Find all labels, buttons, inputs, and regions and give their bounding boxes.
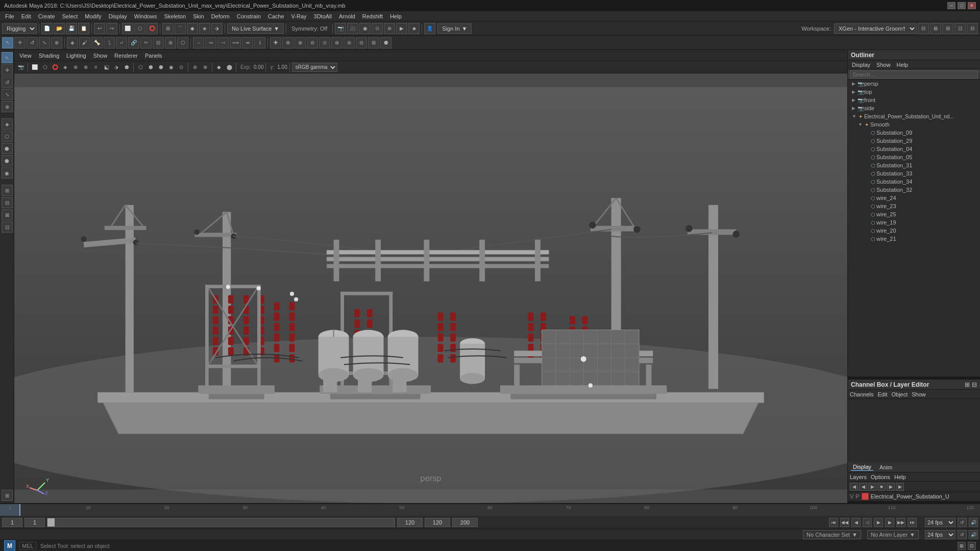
new-scene-button[interactable]: 📄 [41,23,53,34]
snap-view-button[interactable]: ◈ [199,23,210,34]
camera-btn-5[interactable]: ⊛ [384,23,395,34]
scale-tool-button[interactable]: ⤡ [39,37,50,48]
vp-icon-3[interactable]: ⭕ [51,63,60,72]
vp-icon-13[interactable]: ⬣ [156,63,165,72]
vp-icon-9[interactable]: ⬗ [112,63,121,72]
save-as-button[interactable]: 📋 [78,23,89,34]
left-tool-12[interactable]: ⊟ [2,197,13,208]
constraint-3[interactable]: ⇾ [217,37,229,48]
timeline-range-bar[interactable] [47,518,395,527]
anim-loop-button[interactable]: ↺ [958,530,967,539]
range-start-input[interactable] [425,518,450,527]
gamma-selector[interactable]: sRGB gamma [292,63,337,72]
menu-create[interactable]: Create [35,12,58,20]
goto-start-button[interactable]: ⏮ [829,518,838,527]
goto-end-button[interactable]: ⏭ [908,518,917,527]
camera-btn-3[interactable]: ◉ [359,23,371,34]
channel-box-icon-1[interactable]: ⊞ [965,381,970,388]
menu-display[interactable]: Display [106,12,130,20]
tree-item-wire23[interactable]: ⬡ wire_23 [848,202,980,210]
tree-item-wire20[interactable]: ⬡ wire_20 [848,227,980,235]
channel-menu-channels[interactable]: Channels [850,391,873,397]
anim-audio-button[interactable]: 🔊 [969,530,978,539]
pivot-4[interactable]: ⊘ [307,37,318,48]
timeline-ruler[interactable]: 1 10 20 30 40 50 60 70 80 90 100 110 120 [0,504,980,516]
rotate-tool-button[interactable]: ↺ [27,37,38,48]
vp-icon-18[interactable]: ◆ [214,63,224,72]
end-frame-input[interactable] [397,518,423,527]
mel-indicator[interactable]: MEL [19,542,36,550]
vp-icon-2[interactable]: ⬡ [40,63,50,72]
ik-handle-button[interactable]: ⤵ [104,37,115,48]
toolbar-right-1[interactable]: ⊟ [918,23,929,34]
mirror-joint-button[interactable]: ⊟ [153,37,164,48]
play-back-button[interactable]: ◁ [863,518,872,527]
tree-item-sub04[interactable]: ⬡ Substation_04 [848,145,980,153]
audio-button[interactable]: 🔊 [969,518,978,527]
snap-grid-button[interactable]: ⊞ [162,23,174,34]
vp-icon-1[interactable]: ⬜ [30,63,39,72]
tree-item-sub31[interactable]: ⬡ Substation_31 [848,161,980,169]
menu-select[interactable]: Select [59,12,81,20]
pivot-7[interactable]: ⊜ [344,37,355,48]
left-scale-tool[interactable]: ⤡ [2,89,13,100]
restore-button[interactable]: □ [958,2,966,9]
menu-redshift[interactable]: Redshift [359,12,386,20]
outliner-search-input[interactable] [850,70,978,79]
tree-item-sub32[interactable]: ⬡ Substation_32 [848,186,980,194]
vp-icon-8[interactable]: ⬕ [102,63,111,72]
tree-item-sub29[interactable]: ⬡ Substation_29 [848,137,980,145]
tree-item-wire21[interactable]: ⬡ wire_21 [848,235,980,243]
vp-icon-15[interactable]: ⊙ [177,63,186,72]
vp-menu-renderer[interactable]: Renderer [111,52,141,60]
select-mode-button[interactable]: ⬜ [122,23,133,34]
pivot-9[interactable]: ⊞ [368,37,379,48]
bind-skin-button[interactable]: 🔗 [128,37,139,48]
no-live-surface-button[interactable]: No Live Surface ▼ [227,23,284,34]
range-end-input[interactable] [452,518,478,527]
snap-curve-button[interactable]: ⌒ [175,23,186,34]
prev-key-button[interactable]: ◀◀ [840,518,849,527]
pivot-1[interactable]: ✚ [270,37,281,48]
soft-select-button[interactable]: ◈ [67,37,78,48]
left-tool-13[interactable]: ⊠ [2,209,13,220]
toolbar-right-4[interactable]: ⊡ [954,23,966,34]
select-tool-button[interactable]: ↖ [2,37,13,48]
pivot-10[interactable]: ⬟ [380,37,391,48]
set-preferred-angle-button[interactable]: ⬡ [177,37,188,48]
pivot-8[interactable]: ⊝ [356,37,367,48]
display-tab[interactable]: Display [851,464,873,471]
camera-btn-1[interactable]: 📷 [335,23,346,34]
left-tool-6[interactable]: ◈ [2,118,13,130]
left-rotate-tool[interactable]: ↺ [2,77,13,88]
vp-icon-14[interactable]: ◉ [166,63,176,72]
snap-point-button[interactable]: ◆ [187,23,198,34]
camera-btn-2[interactable]: 🎥 [347,23,358,34]
fps-selector[interactable]: 24 fps [925,518,955,527]
tree-item-sub34[interactable]: ⬡ Substation_34 [848,178,980,186]
status-icon-2[interactable]: ⊡ [968,542,976,550]
layer-end-button[interactable]: ▶ [896,483,904,491]
left-tool-10[interactable]: ◉ [2,167,13,179]
outliner-menu-help[interactable]: Help [895,62,911,68]
lasso-select-button[interactable]: ⬡ [134,23,145,34]
vp-menu-show[interactable]: Show [90,52,111,60]
vp-icon-12[interactable]: ⬢ [146,63,155,72]
channel-menu-object[interactable]: Object [891,391,908,397]
menu-skin[interactable]: Skin [190,12,207,20]
menu-skeleton[interactable]: Skeleton [161,12,189,20]
constraint-1[interactable]: → [193,37,204,48]
next-frame-button[interactable]: ▶ [885,518,894,527]
tree-item-front[interactable]: ▶ 📷 front [848,96,980,104]
anim-tab[interactable]: Anim [877,464,894,470]
menu-file[interactable]: File [2,12,17,20]
left-tool-7[interactable]: ⬡ [2,131,13,142]
open-scene-button[interactable]: 📂 [54,23,65,34]
rigging-selector[interactable]: Rigging [2,23,37,34]
vp-menu-panels[interactable]: Panels [142,52,165,60]
menu-deform[interactable]: Deform [208,12,233,20]
pivot-3[interactable]: ⊗ [295,37,306,48]
menu-constrain[interactable]: Constrain [234,12,264,20]
pivot-2[interactable]: ⊕ [282,37,293,48]
universal-tool-button[interactable]: ⊕ [51,37,62,48]
